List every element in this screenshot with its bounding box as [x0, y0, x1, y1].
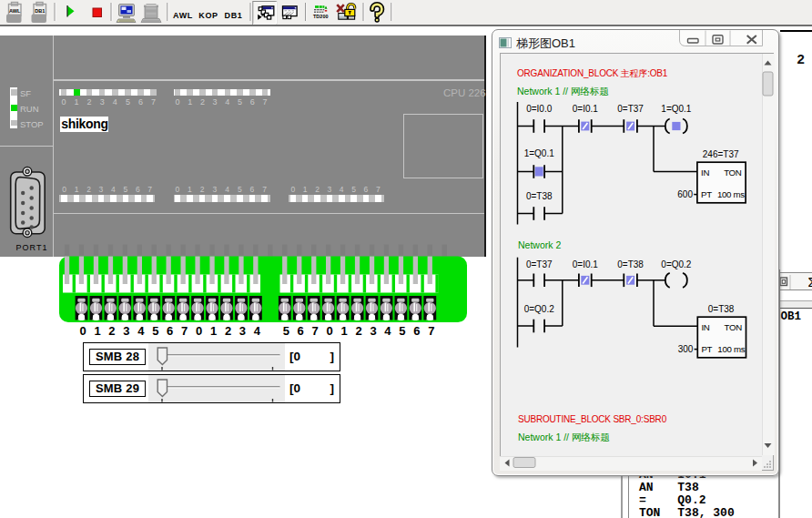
svg-text:0=T38: 0=T38: [617, 259, 644, 269]
svg-text:Network 2: Network 2: [518, 239, 561, 249]
svg-text:0: 0: [326, 324, 332, 338]
svg-text:PORT1: PORT1: [16, 243, 48, 252]
svg-text:7: 7: [312, 324, 319, 338]
svg-text:DB1: DB1: [35, 8, 45, 14]
svg-text:IN: IN: [701, 322, 709, 332]
svg-text:0=T37: 0=T37: [525, 259, 552, 269]
svg-text:5: 5: [283, 324, 289, 338]
svg-text:0: 0: [79, 324, 86, 338]
svg-text:0=Q0.2: 0=Q0.2: [661, 259, 692, 269]
svg-text:3: 3: [370, 324, 376, 338]
svg-text:5: 5: [399, 324, 405, 338]
svg-text:3: 3: [123, 324, 129, 338]
svg-text:246=T37: 246=T37: [702, 148, 738, 158]
svg-text:5: 5: [152, 324, 158, 338]
svg-text:Network 1 // 网络标题: Network 1 // 网络标题: [518, 431, 610, 442]
svg-text:7: 7: [428, 324, 434, 338]
svg-text:100 ms: 100 ms: [717, 344, 745, 354]
svg-text:4: 4: [254, 324, 261, 338]
svg-text:3: 3: [239, 324, 246, 338]
svg-text:100 ms: 100 ms: [716, 189, 744, 199]
svg-text:1: 1: [210, 324, 217, 338]
svg-text:SUBROUTINE_BLOCK SBR_0:SBR0: SUBROUTINE_BLOCK SBR_0:SBR0: [518, 413, 667, 423]
svg-text:0=I0.0: 0=I0.0: [526, 103, 553, 113]
svg-text:IN: IN: [701, 168, 709, 178]
svg-text:300: 300: [677, 344, 693, 354]
svg-text:TON: TON: [724, 168, 742, 178]
svg-text:600: 600: [677, 189, 693, 199]
svg-text:4: 4: [384, 324, 391, 338]
svg-text:KOP: KOP: [198, 11, 218, 20]
svg-text:AWL: AWL: [9, 8, 21, 14]
svg-text:TON: TON: [724, 322, 742, 332]
svg-text:0=T38: 0=T38: [707, 303, 734, 313]
svg-text:1: 1: [94, 324, 100, 338]
svg-text:PT: PT: [701, 189, 712, 199]
svg-text:6: 6: [167, 324, 173, 338]
svg-text:TD200: TD200: [313, 14, 329, 19]
svg-text:Σ: Σ: [807, 275, 812, 289]
svg-text:AWL: AWL: [173, 11, 193, 20]
svg-text:4: 4: [137, 324, 145, 338]
svg-text:1=Q0.1: 1=Q0.1: [661, 103, 692, 113]
svg-text:2: 2: [108, 324, 115, 338]
svg-text:2: 2: [355, 324, 361, 338]
svg-text:1=Q0.1: 1=Q0.1: [523, 148, 554, 158]
svg-text:6: 6: [413, 324, 420, 338]
svg-text:ORGANIZATION_BLOCK 主程序:OB1: ORGANIZATION_BLOCK 主程序:OB1: [517, 67, 668, 77]
svg-text:DB1: DB1: [225, 11, 243, 20]
svg-text:2: 2: [225, 324, 231, 338]
svg-text:1: 1: [340, 324, 347, 338]
svg-text:0=I0.1: 0=I0.1: [572, 103, 598, 113]
svg-text:PT: PT: [701, 344, 712, 354]
svg-text:7: 7: [181, 324, 188, 338]
svg-text:0: 0: [196, 324, 202, 338]
svg-text:0=T38: 0=T38: [525, 190, 552, 200]
svg-text:0=Q0.2: 0=Q0.2: [523, 303, 554, 313]
svg-text:6: 6: [298, 324, 304, 338]
svg-text:0=I0.1: 0=I0.1: [572, 259, 598, 269]
svg-text:0=T37: 0=T37: [617, 103, 644, 113]
svg-text:Network 1 // 网络标题: Network 1 // 网络标题: [517, 85, 609, 96]
